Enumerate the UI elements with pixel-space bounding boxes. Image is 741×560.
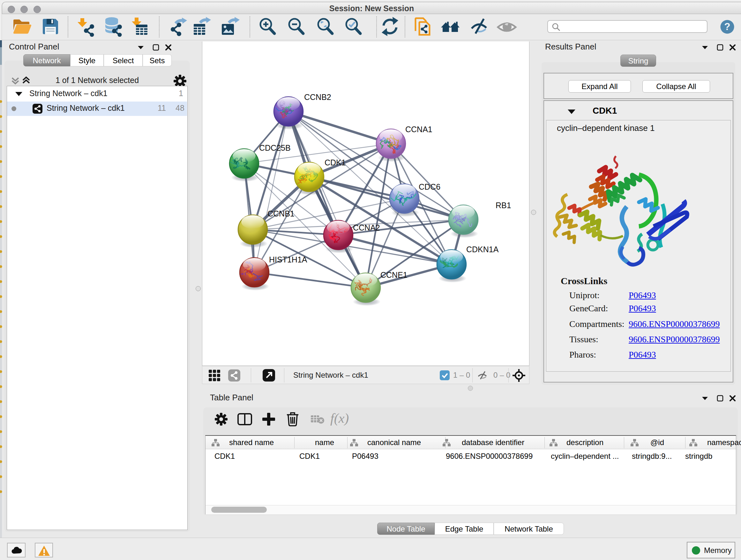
svg-text:CDKN1A: CDKN1A	[466, 245, 499, 254]
svg-text:HIST1H1A: HIST1H1A	[269, 255, 307, 264]
svg-text:CCNA1: CCNA1	[405, 125, 432, 134]
svg-text:CCNB2: CCNB2	[304, 92, 331, 102]
svg-text:CCNA2: CCNA2	[353, 223, 380, 232]
svg-text:CDK1: CDK1	[325, 158, 346, 167]
svg-text:RB1: RB1	[495, 201, 511, 210]
svg-text:CDC25B: CDC25B	[259, 143, 291, 152]
svg-text:CDC6: CDC6	[419, 182, 441, 191]
svg-text:CCNB1: CCNB1	[267, 209, 294, 218]
svg-text:?: ?	[724, 21, 731, 32]
svg-text:CCNE1: CCNE1	[381, 270, 408, 279]
